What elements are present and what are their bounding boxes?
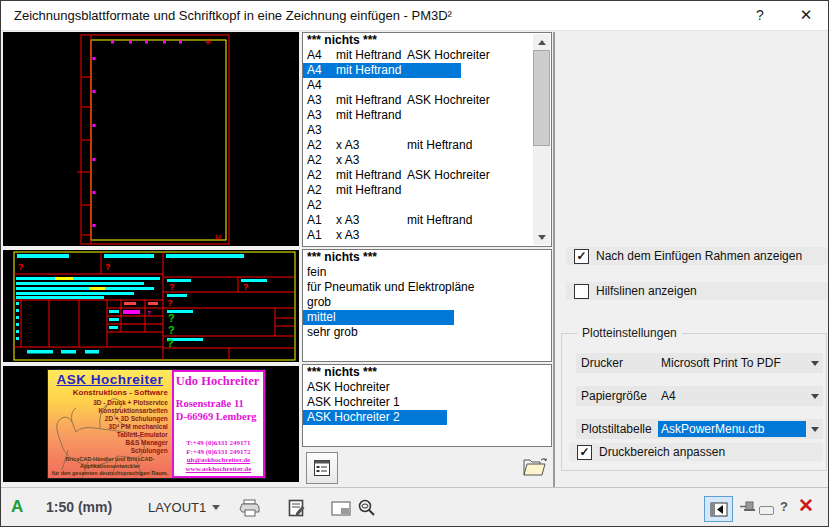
logo-footer-line2: für den gesamten deutschsprachigen Raum. (48, 470, 172, 477)
sheet-format-list[interactable]: *** nichts ***A4mit HeftrandASK Hochreit… (302, 32, 552, 247)
dropdown-arrow-icon[interactable] (806, 361, 823, 366)
layout-dropdown-label: LAYOUT1 (148, 500, 206, 515)
dropdown-arrow-icon[interactable] (806, 394, 823, 399)
dialog-close-icon[interactable]: ✕ (793, 6, 819, 24)
list-item[interactable]: A3mit Heftrand (303, 108, 551, 123)
svg-text:M: M (215, 234, 221, 241)
layout-dropdown[interactable]: LAYOUT1 (148, 500, 220, 515)
pane-splitter[interactable] (553, 32, 555, 487)
list-item[interactable]: fein (303, 265, 551, 280)
list-item[interactable]: *** nichts *** (303, 365, 551, 380)
format-list-scrollbar[interactable] (533, 34, 550, 245)
list-item[interactable]: A2x A3 (303, 153, 551, 168)
svg-text:?: ? (18, 262, 24, 272)
paper-size-value[interactable]: A4 (658, 388, 806, 404)
list-item[interactable]: *** nichts *** (303, 250, 551, 265)
list-item[interactable]: A4mit Heftrand (303, 63, 461, 78)
list-item[interactable]: A2mit HeftrandASK Hochreiter (303, 168, 551, 183)
company-logo: ASK Hochreiter Konstruktions - Software … (47, 369, 266, 479)
zoom-icon[interactable] (356, 498, 377, 519)
dialog-help-icon[interactable]: ? (749, 7, 771, 23)
svg-text:?: ? (105, 262, 111, 272)
fit-print-area-checkbox[interactable]: ✓ (577, 445, 592, 460)
logo-footer-line1: BricsCAD-Händler und BricsCAD-Applikatio… (48, 456, 172, 470)
svg-text:?: ? (147, 310, 151, 316)
list-item[interactable]: A3 (303, 123, 551, 138)
scrollbar-thumb[interactable] (533, 50, 550, 146)
logo-preview: ASK Hochreiter Konstruktions - Software … (3, 366, 299, 482)
list-item[interactable]: A1x A3mit Heftrand (303, 213, 551, 228)
list-item[interactable]: A3mit HeftrandASK Hochreiter (303, 93, 551, 108)
title-block-preview: ? ? ? ? ? ? ? ? ? (3, 250, 299, 362)
printer-label: Drucker (576, 356, 658, 370)
properties-button[interactable] (306, 452, 338, 484)
title-block-list[interactable]: *** nichts ***ASK HochreiterASK Hochreit… (302, 364, 552, 447)
logo-subtitle: Konstruktions - Software (48, 388, 172, 397)
logo-service-line: 3D² PM mechanical (48, 423, 172, 431)
paper-size-combobox[interactable]: Papiergröße A4 (576, 386, 823, 406)
status-help-icon[interactable]: ? (780, 499, 788, 514)
list-item[interactable]: ASK Hochreiter 1 (303, 395, 551, 410)
plot-settings-group-label: Plotteinstellungen (577, 326, 682, 340)
list-item[interactable]: grob (303, 295, 551, 310)
list-item[interactable]: mittel (303, 310, 454, 325)
dropdown-arrow-icon (212, 505, 220, 510)
line-weight-list[interactable]: *** nichts ***feinfür Pneumatik und Elek… (302, 249, 552, 362)
guides-label: Hilfslinen anzeigen (596, 284, 697, 298)
fit-print-area-label: Druckbereich anpassen (599, 445, 725, 459)
plot-style-combobox[interactable]: Plotstiltabelle AskPowerMenu.ctb (576, 419, 823, 439)
open-folder-icon (521, 454, 548, 480)
panel-toggle-button[interactable] (704, 496, 733, 522)
contact-email: uh@askhochreiter.de (174, 456, 263, 465)
show-frame-checkbox-row[interactable]: ✓ Nach dem Einfügen Rahmen anzeigen (566, 247, 828, 265)
guides-checkbox[interactable] (574, 284, 589, 299)
list-item[interactable]: ASK Hochreiter (303, 380, 551, 395)
list-item[interactable]: *** nichts *** (303, 33, 551, 48)
pin-icon[interactable] (739, 499, 759, 517)
logo-service-line: Schulungen (48, 447, 172, 455)
contact-fax: F:+49 (0)6331 249172 (174, 448, 263, 457)
title-block-drawing: ? ? ? ? ? ? ? ? ? (3, 250, 299, 362)
properties-form-icon (312, 458, 332, 478)
list-item[interactable]: A4mit HeftrandASK Hochreiter (303, 48, 551, 63)
svg-text:?: ? (167, 337, 174, 349)
title-bar: Zeichnungsblattformate und Schriftkopf i… (1, 1, 828, 31)
scale-indicator[interactable]: 1:50 (mm) (46, 499, 112, 515)
viewport-icon[interactable] (331, 501, 351, 516)
open-folder-button[interactable] (521, 454, 548, 480)
list-item[interactable]: ASK Hochreiter 2 (303, 410, 447, 425)
fit-print-area-checkbox-row[interactable]: ✓ Druckbereich anpassen (569, 443, 823, 461)
list-item[interactable]: für Pneumatik und Elektropläne (303, 280, 551, 295)
scrollbar-down-icon[interactable] (533, 229, 550, 245)
list-item[interactable]: sehr grob (303, 325, 551, 340)
edit-plot-icon[interactable] (286, 498, 307, 518)
dropdown-arrow-icon[interactable] (806, 427, 823, 432)
contact-city: D-66969 Lemberg (176, 410, 263, 423)
guides-checkbox-row[interactable]: Hilfslinen anzeigen (566, 282, 828, 300)
list-item[interactable]: A2x A3mit Heftrand (303, 138, 551, 153)
status-close-icon[interactable]: ✕ (798, 494, 814, 517)
printer-icon[interactable] (239, 498, 261, 518)
contact-tel: T:+49 (0)6331 249171 (174, 439, 263, 448)
plot-style-label: Plotstiltabelle (576, 422, 658, 436)
sheet-format-preview: M (3, 32, 299, 246)
printer-value[interactable]: Microsoft Print To PDF (658, 355, 806, 371)
list-item[interactable]: A2mit Heftrand (303, 183, 551, 198)
logo-service-line: 3D - Druck + Plotservice (48, 399, 172, 407)
logo-service-line: Konstruktionsarbeiten (48, 407, 172, 415)
annotation-toggle[interactable]: A (11, 497, 23, 517)
contact-name: Udo Hochreiter (176, 374, 262, 389)
plot-style-value[interactable]: AskPowerMenu.ctb (658, 421, 806, 437)
minimize-icon[interactable] (759, 506, 774, 515)
show-frame-checkbox[interactable]: ✓ (574, 249, 589, 264)
status-bar: A 1:50 (mm) LAYOUT1 (1, 487, 829, 527)
logo-company-name: ASK Hochreiter (48, 372, 172, 387)
paper-size-label: Papiergröße (576, 389, 658, 403)
logo-services: 3D - Druck + PlotserviceKonstruktionsarb… (48, 399, 172, 455)
list-item[interactable]: A4 (303, 78, 551, 93)
list-item[interactable]: A2 (303, 198, 551, 213)
printer-combobox[interactable]: Drucker Microsoft Print To PDF (576, 353, 823, 373)
scrollbar-up-icon[interactable] (533, 34, 550, 50)
logo-service-line: Tablett-Emulator (48, 431, 172, 439)
list-item[interactable]: A1x A3 (303, 228, 551, 243)
